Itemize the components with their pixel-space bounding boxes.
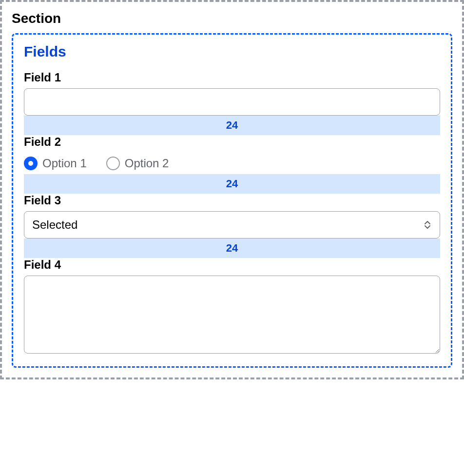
- field-2-radio-group: Option 1 Option 2: [24, 153, 440, 174]
- radio-option-2-label: Option 2: [125, 157, 169, 170]
- spacer-band-1: 24: [24, 116, 440, 135]
- field-1-label: Field 1: [24, 71, 440, 84]
- radio-option-1[interactable]: Option 1: [24, 157, 87, 170]
- field-4-label: Field 4: [24, 258, 440, 272]
- section-title: Section: [12, 11, 452, 26]
- field-3-select-value: Selected: [32, 218, 77, 232]
- fields-container: Fields Field 1 24 Field 2 Option 1 Optio…: [12, 33, 452, 368]
- spacer-band-3: 24: [24, 238, 440, 258]
- radio-option-2[interactable]: Option 2: [106, 157, 169, 170]
- field-3-label: Field 3: [24, 194, 440, 207]
- fields-title: Fields: [24, 43, 440, 60]
- radio-icon: [24, 157, 38, 170]
- section-container: Section Fields Field 1 24 Field 2 Option…: [0, 0, 464, 379]
- field-4-textarea[interactable]: [24, 276, 440, 354]
- field-1-input[interactable]: [24, 88, 440, 116]
- field-2-label: Field 2: [24, 135, 440, 149]
- radio-icon: [106, 157, 120, 170]
- spacer-band-2: 24: [24, 174, 440, 194]
- chevron-updown-icon: [423, 219, 432, 230]
- field-3-select[interactable]: Selected: [24, 211, 440, 238]
- radio-option-1-label: Option 1: [42, 157, 87, 170]
